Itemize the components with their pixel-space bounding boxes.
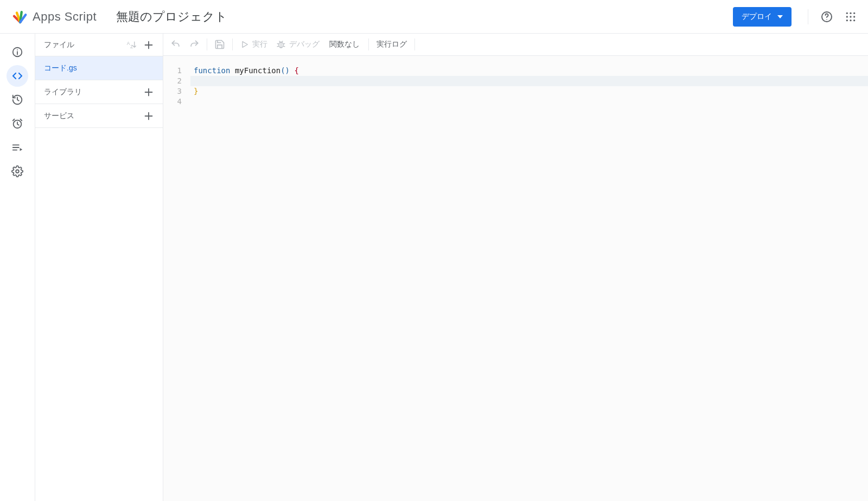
svg-point-8 <box>846 20 848 21</box>
function-select[interactable]: 関数なし <box>324 40 365 49</box>
code-icon <box>11 69 24 82</box>
apps-grid-icon <box>845 11 856 22</box>
svg-line-16 <box>21 119 22 121</box>
header-actions <box>802 6 861 28</box>
nav-rail <box>0 34 35 501</box>
execution-log-button[interactable]: 実行ログ <box>372 36 411 53</box>
libraries-label: ライブラリ <box>44 87 140 97</box>
info-icon <box>11 46 23 58</box>
services-section[interactable]: サービス <box>35 104 163 128</box>
svg-point-9 <box>850 20 851 21</box>
gear-icon <box>11 165 23 177</box>
save-icon <box>214 39 225 50</box>
code-content[interactable]: function myFunction() { } <box>190 66 868 501</box>
line-number-gutter: 1234 <box>163 66 190 501</box>
line-number: 3 <box>163 86 184 97</box>
svg-marker-30 <box>242 42 247 48</box>
undo-icon <box>170 39 181 50</box>
apps-button[interactable] <box>840 6 861 28</box>
execution-log-label: 実行ログ <box>376 40 407 49</box>
svg-line-15 <box>13 119 15 121</box>
svg-text:Z: Z <box>130 43 133 49</box>
svg-line-35 <box>277 46 279 47</box>
nav-settings[interactable] <box>7 160 28 182</box>
files-panel-header: ファイル AZ <box>35 34 163 56</box>
files-panel: ファイル AZ コード.gs ライブラリ <box>35 34 163 501</box>
libraries-section[interactable]: ライブラリ <box>35 80 163 104</box>
add-library-button[interactable] <box>140 84 157 101</box>
svg-marker-20 <box>20 148 23 151</box>
svg-line-38 <box>282 41 283 42</box>
logo-group: Apps Script <box>11 8 97 25</box>
code-line[interactable]: function myFunction() { <box>190 66 868 76</box>
plus-icon <box>143 110 155 122</box>
svg-point-3 <box>850 12 851 14</box>
app-header: Apps Script 無題のプロジェクト デプロイ <box>0 0 868 34</box>
caret-down-icon <box>777 15 783 18</box>
function-select-label: 関数なし <box>329 40 360 48</box>
deploy-label: デプロイ <box>742 12 772 22</box>
help-button[interactable] <box>816 6 838 28</box>
app-name: Apps Script <box>33 10 97 24</box>
run-label: 実行 <box>252 40 267 49</box>
redo-icon <box>189 39 200 50</box>
apps-script-logo-icon <box>11 8 28 25</box>
plus-icon <box>143 86 155 98</box>
add-service-button[interactable] <box>140 107 157 125</box>
svg-point-10 <box>853 20 855 21</box>
editor-toolbar: 実行 デバッグ 関数なし 実行ログ <box>163 34 868 56</box>
sort-button[interactable]: AZ <box>123 36 140 54</box>
nav-editor[interactable] <box>7 65 28 87</box>
svg-point-21 <box>16 170 19 173</box>
clock-icon <box>11 118 23 130</box>
svg-point-2 <box>846 12 848 14</box>
svg-point-6 <box>850 16 851 17</box>
svg-line-34 <box>283 44 285 44</box>
nav-history[interactable] <box>7 89 28 111</box>
svg-point-4 <box>853 12 855 14</box>
svg-text:A: A <box>127 41 130 46</box>
code-line[interactable] <box>190 76 868 86</box>
project-title[interactable]: 無題のプロジェクト <box>116 9 227 25</box>
line-number: 1 <box>163 66 184 76</box>
play-icon <box>240 40 249 49</box>
debug-label: デバッグ <box>289 40 320 49</box>
services-label: サービス <box>44 111 140 121</box>
redo-button[interactable] <box>185 36 203 53</box>
plus-icon <box>143 39 155 51</box>
deploy-button[interactable]: デプロイ <box>733 7 792 27</box>
debug-icon <box>276 40 286 49</box>
files-header-label: ファイル <box>44 40 123 50</box>
line-number: 4 <box>163 97 184 107</box>
nav-triggers[interactable] <box>7 113 28 134</box>
playlist-icon <box>11 142 23 153</box>
undo-button[interactable] <box>167 36 185 53</box>
add-file-button[interactable] <box>140 36 157 54</box>
sort-az-icon: AZ <box>126 40 137 50</box>
svg-point-7 <box>853 16 855 17</box>
main-layout: ファイル AZ コード.gs ライブラリ <box>0 34 868 501</box>
svg-line-33 <box>277 44 279 44</box>
help-icon <box>820 10 833 23</box>
save-button[interactable] <box>210 36 229 53</box>
file-item-code-gs[interactable]: コード.gs <box>35 56 163 80</box>
svg-point-1 <box>826 19 827 20</box>
svg-point-13 <box>17 49 18 50</box>
file-name: コード.gs <box>44 63 157 73</box>
line-number: 2 <box>163 76 184 86</box>
history-icon <box>11 94 23 106</box>
svg-line-36 <box>283 46 285 47</box>
editor-area: 実行 デバッグ 関数なし 実行ログ 1234 function myFuncti… <box>163 34 868 501</box>
nav-executions[interactable] <box>7 137 28 158</box>
svg-point-5 <box>846 16 848 17</box>
run-button[interactable]: 実行 <box>236 36 272 53</box>
code-editor[interactable]: 1234 function myFunction() { } <box>163 56 868 501</box>
nav-overview[interactable] <box>7 41 28 63</box>
debug-button[interactable]: デバッグ <box>272 36 324 53</box>
code-line[interactable]: } <box>190 86 868 97</box>
svg-line-37 <box>279 41 280 42</box>
